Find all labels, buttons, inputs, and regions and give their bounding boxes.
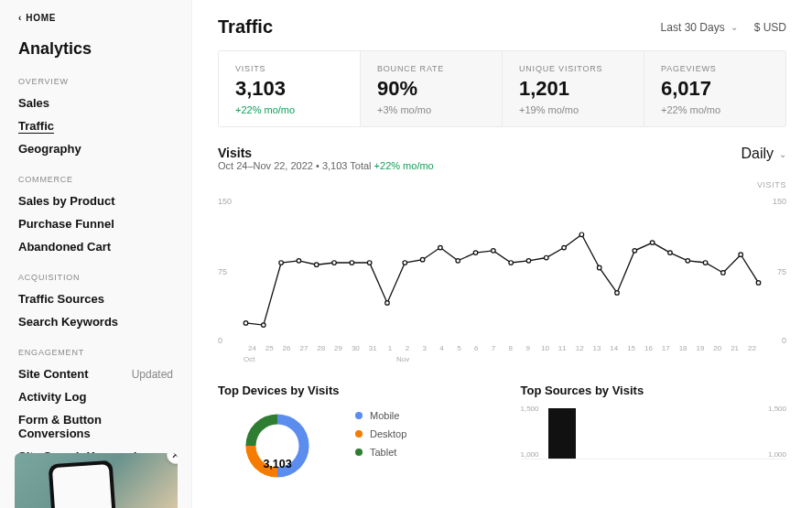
- legend-dot: [355, 449, 363, 456]
- svg-point-22: [633, 249, 637, 254]
- devices-title: Top Devices by Visits: [218, 384, 484, 397]
- svg-point-21: [615, 291, 620, 296]
- chevron-left-icon: ‹: [18, 13, 22, 23]
- top-devices-section: Top Devices by Visits 3,103 MobileDeskto…: [218, 384, 484, 487]
- kpi-delta: +19% mo/mo: [519, 104, 627, 115]
- x-tick: 4: [433, 344, 450, 352]
- sidebar-item-label: Search Keywords: [18, 315, 118, 329]
- sidebar-item-form-button-conversions[interactable]: Form & Button Conversions: [0, 408, 191, 445]
- sidebar-item-label: Site Content: [18, 367, 89, 381]
- sidebar-item-label: Geography: [18, 142, 81, 156]
- kpi-card-bounce-rate[interactable]: BOUNCE RATE90%+3% mo/mo: [361, 51, 503, 126]
- kpi-value: 1,201: [519, 77, 627, 101]
- x-tick: 26: [278, 344, 296, 352]
- line-chart-svg: [218, 188, 786, 348]
- sidebar-item-abandoned-cart[interactable]: Abandoned Cart: [0, 235, 191, 258]
- granularity-dropdown[interactable]: Daily ⌄: [741, 146, 786, 162]
- svg-point-7: [367, 261, 372, 265]
- svg-point-20: [597, 265, 601, 270]
- sidebar-item-sales-by-product[interactable]: Sales by Product: [0, 189, 191, 212]
- svg-point-24: [668, 251, 673, 255]
- sidebar-item-label: Sales: [18, 96, 49, 110]
- x-tick: 11: [554, 344, 571, 352]
- sources-bar-chart: 1,500 1,500 1,000 1,000: [521, 405, 787, 459]
- x-tick: 24: [244, 344, 261, 352]
- x-tick: 17: [657, 344, 675, 352]
- svg-point-16: [526, 259, 531, 264]
- x-tick: 25: [261, 344, 278, 352]
- sidebar-item-label: Form & Button Conversions: [18, 413, 173, 440]
- close-icon[interactable]: ✕: [167, 453, 178, 464]
- sidebar-item-purchase-funnel[interactable]: Purchase Funnel: [0, 212, 191, 235]
- kpi-label: UNIQUE VISITORS: [519, 64, 627, 73]
- x-tick: 2: [398, 344, 416, 352]
- sidebar-item-label: Activity Log: [18, 390, 86, 404]
- svg-point-8: [385, 301, 390, 306]
- x-tick: 13: [589, 344, 606, 352]
- sidebar-item-label: Purchase Funnel: [18, 217, 114, 231]
- x-tick: 5: [450, 344, 468, 352]
- x-tick: 27: [295, 344, 312, 352]
- x-tick: 8: [502, 344, 519, 352]
- sidebar-item-label: Traffic Sources: [18, 292, 104, 306]
- svg-point-1: [262, 323, 266, 328]
- kpi-card-pageviews[interactable]: PAGEVIEWS6,017+22% mo/mo: [644, 51, 785, 126]
- x-tick: 28: [312, 344, 330, 352]
- x-tick: 30: [347, 344, 364, 352]
- kpi-value: 90%: [377, 77, 485, 101]
- sidebar-item-activity-log[interactable]: Activity Log: [0, 385, 191, 408]
- sidebar-item-traffic[interactable]: Traffic: [0, 114, 191, 137]
- x-tick: 31: [364, 344, 382, 352]
- sidebar-item-site-content[interactable]: Site ContentUpdated: [0, 362, 191, 385]
- visits-line-chart: VISITS 150 150 75 75 0 0 242526272829303…: [218, 180, 786, 363]
- legend-item-desktop: Desktop: [355, 428, 406, 439]
- svg-point-18: [562, 245, 567, 250]
- svg-point-14: [492, 249, 496, 254]
- chevron-down-icon: ⌄: [731, 22, 738, 32]
- donut-chart: 3,103: [218, 405, 337, 487]
- x-tick: 7: [485, 344, 503, 352]
- source-bar: [548, 408, 576, 459]
- sidebar-section-label: ACQUISITION: [0, 271, 191, 287]
- x-tick: 14: [605, 344, 623, 352]
- chevron-down-icon: ⌄: [779, 149, 786, 159]
- svg-point-26: [703, 261, 708, 265]
- kpi-label: PAGEVIEWS: [661, 64, 769, 73]
- home-label: HOME: [26, 13, 56, 23]
- sidebar-item-search-keywords[interactable]: Search Keywords: [0, 310, 191, 333]
- sidebar-item-label: Traffic: [18, 119, 54, 133]
- svg-point-4: [314, 263, 319, 267]
- svg-point-9: [403, 261, 407, 265]
- x-tick: 9: [519, 344, 536, 352]
- sources-title: Top Sources by Visits: [521, 384, 787, 397]
- kpi-value: 3,103: [235, 77, 343, 101]
- svg-point-5: [332, 261, 337, 265]
- sidebar: ‹ HOME Analytics OVERVIEWSalesTrafficGeo…: [0, 0, 192, 508]
- sidebar-section-label: ENGAGEMENT: [0, 346, 191, 362]
- svg-point-3: [297, 259, 301, 264]
- kpi-card-unique-visitors[interactable]: UNIQUE VISITORS1,201+19% mo/mo: [503, 51, 644, 126]
- svg-point-15: [509, 261, 514, 265]
- sidebar-section-label: COMMERCE: [0, 173, 191, 189]
- sidebar-item-label: Sales by Product: [18, 194, 114, 208]
- x-tick: 16: [640, 344, 657, 352]
- sidebar-item-traffic-sources[interactable]: Traffic Sources: [0, 287, 191, 310]
- x-tick: 1: [382, 344, 399, 352]
- kpi-delta: +3% mo/mo: [377, 104, 485, 115]
- svg-point-19: [579, 232, 584, 237]
- svg-point-11: [438, 245, 443, 250]
- svg-point-25: [686, 259, 690, 264]
- sidebar-item-geography[interactable]: Geography: [0, 137, 191, 160]
- home-link[interactable]: ‹ HOME: [0, 13, 191, 34]
- kpi-card-visits[interactable]: VISITS3,103+22% mo/mo: [219, 51, 361, 126]
- sidebar-section-label: OVERVIEW: [0, 75, 191, 92]
- sidebar-item-sales[interactable]: Sales: [0, 92, 191, 114]
- date-range-dropdown[interactable]: Last 30 Days ⌄: [661, 21, 738, 34]
- svg-point-12: [456, 259, 460, 264]
- svg-point-10: [420, 257, 425, 262]
- svg-point-6: [350, 261, 354, 265]
- x-tick: 6: [468, 344, 485, 352]
- promo-card[interactable]: ✕: [15, 453, 178, 508]
- currency-label: $ USD: [754, 21, 786, 34]
- chart-title: Visits: [218, 146, 434, 160]
